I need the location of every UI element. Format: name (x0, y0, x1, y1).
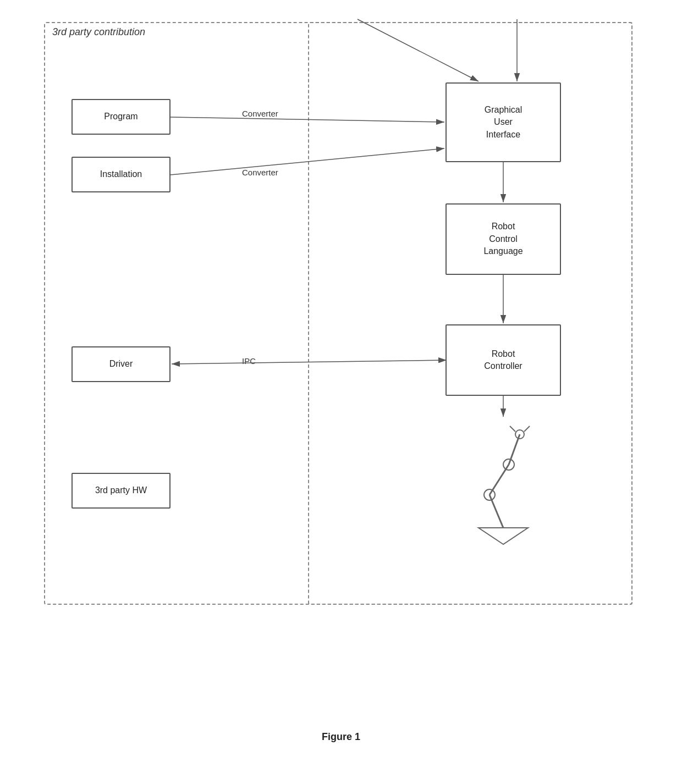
installation-box: Installation (72, 157, 170, 192)
ipc-label: IPC (242, 356, 256, 366)
driver-box: Driver (72, 346, 170, 382)
svg-line-7 (510, 426, 515, 432)
robot-controller-box: RobotController (446, 324, 561, 396)
rcl-box: RobotControlLanguage (446, 203, 561, 275)
robot-arm-illustration (448, 412, 558, 555)
third-party-label: 3rd party contribution (52, 26, 145, 38)
svg-marker-0 (479, 528, 528, 544)
converter-label-1: Converter (242, 109, 278, 118)
converter-label-2: Converter (242, 168, 278, 177)
svg-line-8 (524, 426, 530, 432)
program-box: Program (72, 99, 170, 135)
gui-box: GraphicalUserInterface (446, 82, 561, 162)
third-party-hw-box: 3rd party HW (72, 473, 170, 509)
figure-caption: Figure 1 (322, 731, 360, 743)
diagram: 3rd party contribution Installation File… (38, 16, 644, 720)
